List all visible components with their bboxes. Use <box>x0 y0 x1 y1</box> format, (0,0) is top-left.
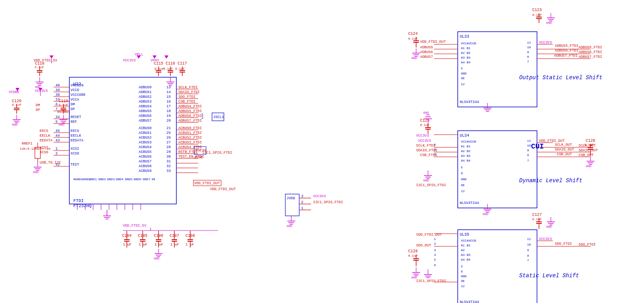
svg-text:C123: C123 <box>532 8 542 12</box>
svg-text:44: 44 <box>55 134 60 138</box>
svg-text:ACBUS9: ACBUS9 <box>139 169 151 173</box>
svg-text:ADBUS6_FTDI: ADBUS6_FTDI <box>579 50 602 54</box>
svg-text:VCCCORE: VCCCORE <box>71 93 86 97</box>
svg-text:USB_TO_I2C: USB_TO_I2C <box>40 161 61 165</box>
svg-text:A1  B1: A1 B1 <box>461 244 470 247</box>
svg-text:0.1uF: 0.1uF <box>175 67 185 71</box>
svg-text:NLSV4T244: NLSV4T244 <box>460 300 479 303</box>
svg-text:9: 9 <box>527 50 529 54</box>
svg-text:NLSV4T244: NLSV4T244 <box>460 100 479 104</box>
svg-text:XCSO: XCSO <box>71 152 79 156</box>
svg-text:ACBUS0_FTDI: ACBUS0_FTDI <box>178 126 202 130</box>
svg-text:GND: GND <box>461 177 467 181</box>
svg-text:7: 7 <box>527 259 529 262</box>
svg-text:12: 12 <box>461 189 465 193</box>
svg-text:13: 13 <box>166 86 171 90</box>
svg-text:SDO_OUT: SDO_OUT <box>416 244 431 248</box>
svg-text:A1  B1: A1 B1 <box>461 145 470 148</box>
svg-text:ADBUS4_FTDI: ADBUS4_FTDI <box>178 105 202 109</box>
svg-text:GND6: GND6 <box>134 177 141 181</box>
svg-text:I2C1_SPIO_FTDI: I2C1_SPIO_FTDI <box>202 151 232 155</box>
svg-text:GND: GND <box>59 123 65 126</box>
svg-text:GND3: GND3 <box>107 177 115 181</box>
svg-text:0.1uF: 0.1uF <box>420 123 430 127</box>
svg-text:0.1uF: 0.1uF <box>59 103 68 107</box>
svg-text:1 uF: 1 uF <box>155 243 163 247</box>
svg-text:ADBUS7_FTDI: ADBUS7_FTDI <box>554 54 577 58</box>
svg-text:28: 28 <box>166 145 171 149</box>
svg-text:GND: GND <box>411 276 417 279</box>
svg-text:C117: C117 <box>178 61 187 66</box>
svg-text:ACBUS3_FTDI: ACBUS3_FTDI <box>178 141 202 145</box>
svg-text:SCLK_FTDI: SCLK_FTDI <box>178 86 198 90</box>
svg-text:SDAIO_FTDI: SDAIO_FTDI <box>178 90 200 94</box>
svg-text:ACBUS2_FTDI: ACBUS2_FTDI <box>178 136 202 140</box>
svg-text:A4  B4: A4 B4 <box>461 159 470 162</box>
svg-text:ACBUS0: ACBUS0 <box>139 126 151 130</box>
svg-text:VDD_FTDI_DUT: VDD_FTDI_DUT <box>420 40 446 44</box>
svg-text:ADBUS2: ADBUS2 <box>139 95 151 99</box>
svg-text:12: 12 <box>461 284 465 288</box>
svg-text:5: 5 <box>461 265 463 268</box>
svg-text:8: 8 <box>527 55 529 59</box>
svg-text:29: 29 <box>166 150 171 154</box>
svg-text:FT232HQ: FT232HQ <box>73 204 92 208</box>
svg-text:XCSO: XCSO <box>40 151 48 154</box>
svg-text:1 uF: 1 uF <box>170 243 179 247</box>
svg-text:31: 31 <box>166 160 171 164</box>
svg-text:GND: GND <box>483 212 489 216</box>
svg-text:DM: DM <box>71 103 75 107</box>
svg-text:5: 5 <box>434 258 436 261</box>
svg-text:VCCAVCCB: VCCAVCCB <box>461 42 476 45</box>
svg-text:3: 3 <box>434 248 436 252</box>
svg-text:RSTBU1: RSTBU1 <box>57 110 70 114</box>
svg-text:VCCD: VCCD <box>71 88 79 92</box>
svg-text:EECS: EECS <box>40 129 48 133</box>
svg-text:A1  B1: A1 B1 <box>461 46 470 50</box>
svg-text:20: 20 <box>166 119 171 123</box>
svg-text:2: 2 <box>434 143 436 147</box>
svg-text:ADBUS5_FTDI: ADBUS5_FTDI <box>555 44 578 48</box>
svg-text:A4  B4: A4 B4 <box>461 61 470 64</box>
svg-text:RESET: RESET <box>71 115 82 119</box>
svg-text:VDD_FTDI_DUT: VDD_FTDI_DUT <box>194 181 220 185</box>
svg-text:GND5: GND5 <box>125 177 132 181</box>
svg-text:GND: GND <box>12 123 18 126</box>
svg-text:0.1uF: 0.1uF <box>163 67 173 71</box>
svg-text:OE: OE <box>461 279 465 283</box>
svg-text:ACBUS5: ACBUS5 <box>139 150 151 154</box>
svg-text:ACBUS3: ACBUS3 <box>139 141 151 145</box>
svg-text:ACBUS8: ACBUS8 <box>139 164 151 168</box>
svg-marker-491 <box>137 55 141 59</box>
svg-text:SDO_FTDI: SDO_FTDI <box>555 242 572 246</box>
svg-text:2: 2 <box>55 152 57 156</box>
svg-text:6: 6 <box>461 172 463 175</box>
svg-text:26: 26 <box>166 136 171 140</box>
svg-text:ULS3: ULS3 <box>460 34 469 39</box>
svg-text:ULS4: ULS4 <box>460 133 469 138</box>
svg-text:ACBUS1_FTDI: ACBUS1_FTDI <box>178 131 202 135</box>
svg-text:GND: GND <box>461 72 467 75</box>
svg-text:GND: GND <box>287 224 292 228</box>
schematic-svg: U22 FTDI FT232HQ 40 VREGIN 39 VCCD 38 VC… <box>0 0 644 303</box>
svg-text:2: 2 <box>201 116 203 120</box>
svg-text:2: 2 <box>301 200 303 204</box>
svg-text:VCC3V3: VCC3V3 <box>539 41 552 45</box>
svg-text:EEDATA: EEDATA <box>40 139 53 143</box>
schematic-canvas: U22 FTDI FT232HQ 40 VREGIN 39 VCCD 38 VC… <box>0 0 644 303</box>
svg-text:SDO_FTDI: SDO_FTDI <box>579 243 596 247</box>
svg-text:C124: C124 <box>408 32 418 36</box>
svg-text:SDO_FTDI: SDO_FTDI <box>178 95 195 99</box>
svg-text:38: 38 <box>55 93 60 97</box>
svg-text:40: 40 <box>55 84 60 88</box>
svg-text:5: 5 <box>55 120 57 124</box>
svg-text:ACBUS6: ACBUS6 <box>139 155 151 159</box>
svg-text:0.1uF: 0.1uF <box>408 254 418 257</box>
svg-text:21: 21 <box>166 126 171 130</box>
svg-text:JSCL1: JSCL1 <box>213 115 224 119</box>
svg-text:RREF1: RREF1 <box>22 142 32 146</box>
svg-text:3: 3 <box>434 148 436 151</box>
svg-text:C127: C127 <box>532 213 542 217</box>
svg-text:ADBUS6_FTDI: ADBUS6_FTDI <box>178 114 202 118</box>
svg-text:ADBUS6: ADBUS6 <box>420 50 433 54</box>
